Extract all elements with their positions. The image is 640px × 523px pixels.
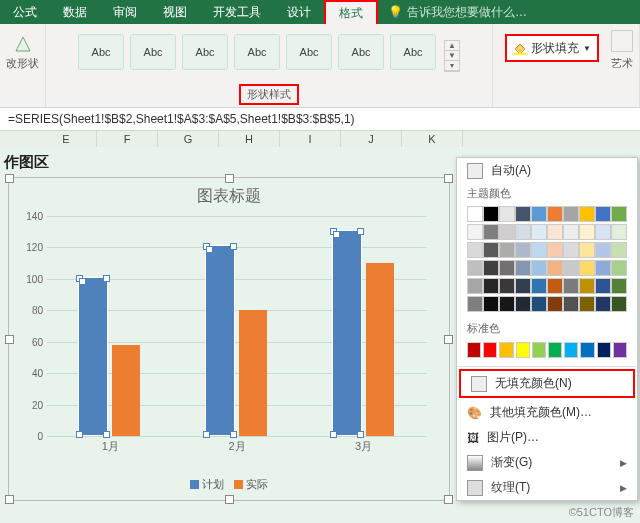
- color-swatch[interactable]: [467, 260, 483, 276]
- color-swatch[interactable]: [595, 206, 611, 222]
- color-swatch[interactable]: [499, 296, 515, 312]
- color-swatch[interactable]: [563, 296, 579, 312]
- resize-handle[interactable]: [444, 174, 453, 183]
- color-swatch[interactable]: [547, 296, 563, 312]
- color-swatch[interactable]: [531, 206, 547, 222]
- color-swatch[interactable]: [548, 342, 562, 358]
- bar-计划[interactable]: [332, 230, 362, 436]
- color-swatch[interactable]: [611, 278, 627, 294]
- tab-view[interactable]: 视图: [150, 0, 200, 24]
- color-swatch[interactable]: [579, 260, 595, 276]
- col-header[interactable]: J: [341, 131, 402, 147]
- color-swatch[interactable]: [483, 296, 499, 312]
- color-swatch[interactable]: [515, 296, 531, 312]
- color-swatch[interactable]: [547, 242, 563, 258]
- color-swatch[interactable]: [611, 296, 627, 312]
- color-swatch[interactable]: [499, 242, 515, 258]
- col-header[interactable]: H: [219, 131, 280, 147]
- color-swatch[interactable]: [595, 296, 611, 312]
- color-swatch[interactable]: [483, 206, 499, 222]
- color-swatch[interactable]: [595, 224, 611, 240]
- color-swatch[interactable]: [563, 242, 579, 258]
- color-swatch[interactable]: [547, 224, 563, 240]
- color-swatch[interactable]: [611, 206, 627, 222]
- resize-handle[interactable]: [5, 174, 14, 183]
- color-swatch[interactable]: [547, 260, 563, 276]
- color-swatch[interactable]: [499, 260, 515, 276]
- color-swatch[interactable]: [563, 206, 579, 222]
- tab-formulas[interactable]: 公式: [0, 0, 50, 24]
- bar-实际[interactable]: [239, 310, 267, 436]
- fill-auto[interactable]: 自动(A): [457, 158, 637, 183]
- color-swatch[interactable]: [467, 206, 483, 222]
- color-swatch[interactable]: [483, 278, 499, 294]
- color-swatch[interactable]: [563, 260, 579, 276]
- bar-实际[interactable]: [366, 263, 394, 436]
- color-swatch[interactable]: [595, 278, 611, 294]
- resize-handle[interactable]: [5, 335, 14, 344]
- color-swatch[interactable]: [499, 342, 513, 358]
- chart-legend[interactable]: 计划 实际: [9, 477, 449, 492]
- style-item[interactable]: Abc: [338, 34, 384, 70]
- color-swatch[interactable]: [499, 224, 515, 240]
- color-swatch[interactable]: [547, 278, 563, 294]
- color-swatch[interactable]: [483, 342, 497, 358]
- col-header[interactable]: F: [97, 131, 158, 147]
- formula-bar[interactable]: =SERIES(Sheet1!$B$2,Sheet1!$A$3:$A$5,She…: [0, 108, 640, 131]
- color-swatch[interactable]: [467, 342, 481, 358]
- color-swatch[interactable]: [483, 242, 499, 258]
- color-swatch[interactable]: [499, 206, 515, 222]
- color-swatch[interactable]: [595, 260, 611, 276]
- chart-plot-area[interactable]: 0204060801001201401月2月3月: [47, 216, 427, 436]
- color-swatch[interactable]: [595, 242, 611, 258]
- col-header[interactable]: K: [402, 131, 463, 147]
- resize-handle[interactable]: [444, 335, 453, 344]
- color-swatch[interactable]: [515, 224, 531, 240]
- bar-计划[interactable]: [78, 277, 108, 436]
- tab-design[interactable]: 设计: [274, 0, 324, 24]
- color-swatch[interactable]: [531, 260, 547, 276]
- color-swatch[interactable]: [515, 206, 531, 222]
- color-swatch[interactable]: [499, 278, 515, 294]
- style-item[interactable]: Abc: [286, 34, 332, 70]
- color-swatch[interactable]: [532, 342, 546, 358]
- style-item[interactable]: Abc: [130, 34, 176, 70]
- color-swatch[interactable]: [516, 342, 530, 358]
- color-swatch[interactable]: [579, 296, 595, 312]
- color-swatch[interactable]: [531, 296, 547, 312]
- col-header[interactable]: I: [280, 131, 341, 147]
- style-item[interactable]: Abc: [234, 34, 280, 70]
- color-swatch[interactable]: [579, 242, 595, 258]
- resize-handle[interactable]: [225, 174, 234, 183]
- color-swatch[interactable]: [467, 278, 483, 294]
- style-item[interactable]: Abc: [182, 34, 228, 70]
- fill-gradient[interactable]: 渐变(G) ▶: [457, 450, 637, 475]
- color-swatch[interactable]: [611, 224, 627, 240]
- wordart-style[interactable]: [611, 30, 633, 52]
- color-swatch[interactable]: [613, 342, 627, 358]
- resize-handle[interactable]: [5, 495, 14, 504]
- resize-handle[interactable]: [444, 495, 453, 504]
- color-swatch[interactable]: [467, 224, 483, 240]
- resize-handle[interactable]: [225, 495, 234, 504]
- bar-实际[interactable]: [112, 345, 140, 436]
- color-swatch[interactable]: [531, 278, 547, 294]
- col-header[interactable]: E: [36, 131, 97, 147]
- color-swatch[interactable]: [515, 278, 531, 294]
- color-swatch[interactable]: [611, 260, 627, 276]
- style-item[interactable]: Abc: [78, 34, 124, 70]
- color-swatch[interactable]: [579, 224, 595, 240]
- fill-texture[interactable]: 纹理(T) ▶: [457, 475, 637, 500]
- color-swatch[interactable]: [467, 242, 483, 258]
- color-swatch[interactable]: [563, 224, 579, 240]
- tell-me-search[interactable]: 💡 告诉我您想要做什么…: [378, 0, 527, 24]
- color-swatch[interactable]: [563, 278, 579, 294]
- more-fill-colors[interactable]: 🎨 其他填充颜色(M)…: [457, 400, 637, 425]
- color-swatch[interactable]: [579, 278, 595, 294]
- color-swatch[interactable]: [515, 242, 531, 258]
- color-swatch[interactable]: [515, 260, 531, 276]
- tab-review[interactable]: 审阅: [100, 0, 150, 24]
- chart-object[interactable]: 图表标题 0204060801001201401月2月3月 计划 实际: [8, 177, 450, 501]
- color-swatch[interactable]: [531, 242, 547, 258]
- col-header[interactable]: G: [158, 131, 219, 147]
